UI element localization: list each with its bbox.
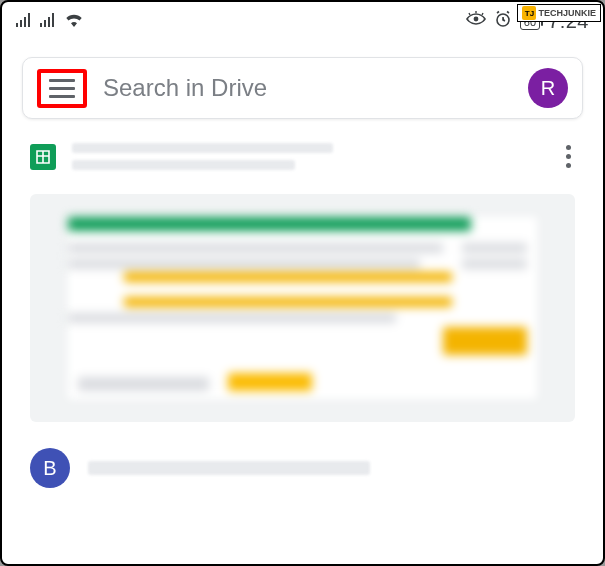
alarm-icon xyxy=(494,10,512,33)
profile-avatar[interactable]: R xyxy=(528,68,568,108)
more-options-button[interactable] xyxy=(562,145,575,168)
file-badge-icon: B xyxy=(30,448,70,488)
menu-button-highlight xyxy=(37,69,87,108)
file-thumbnail[interactable] xyxy=(30,194,575,422)
file-item-2[interactable]: B xyxy=(30,448,575,488)
watermark-text: TECHJUNKIE xyxy=(538,8,596,18)
svg-point-0 xyxy=(473,17,478,22)
file-title-redacted xyxy=(72,143,546,170)
watermark-badge: TJ TECHJUNKIE xyxy=(517,4,601,22)
watermark-icon: TJ xyxy=(522,6,536,20)
search-placeholder[interactable]: Search in Drive xyxy=(103,74,512,102)
device-frame: TJ TECHJUNKIE 60 7:24 xyxy=(0,0,605,566)
search-bar[interactable]: Search in Drive R xyxy=(22,57,583,119)
signal-icon-2 xyxy=(40,12,56,32)
status-bar: 60 7:24 xyxy=(2,2,603,37)
sheets-icon xyxy=(30,144,56,170)
file-title-redacted-2 xyxy=(88,461,575,475)
eye-icon xyxy=(466,11,486,32)
file-item-1[interactable] xyxy=(30,137,575,176)
signal-icon-1 xyxy=(16,12,32,32)
menu-icon[interactable] xyxy=(49,79,75,98)
file-list: B xyxy=(2,137,603,488)
wifi-icon xyxy=(64,12,84,32)
